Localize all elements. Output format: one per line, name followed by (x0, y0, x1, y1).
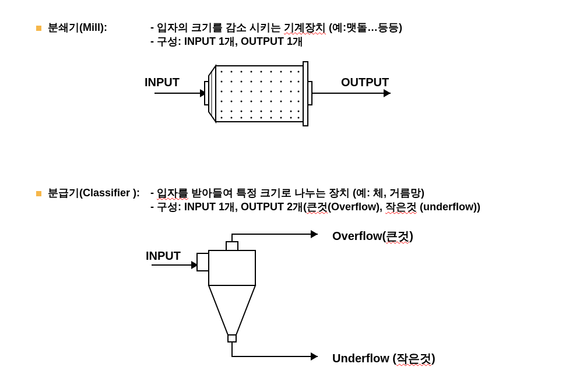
svg-point-20 (280, 81, 282, 83)
svg-rect-68 (226, 242, 238, 250)
svg-point-54 (261, 117, 262, 119)
svg-point-18 (261, 81, 262, 83)
svg-point-19 (271, 81, 272, 83)
svg-point-7 (241, 71, 243, 73)
svg-rect-62 (303, 62, 308, 126)
svg-point-26 (251, 91, 252, 93)
mill-desc1: - 입자의 크기를 감소 시키는 기계장치 (예:맷돌…등등) (150, 20, 402, 34)
svg-point-9 (261, 71, 262, 73)
classifier-desc2-hl1: 큰것 (307, 201, 328, 213)
classifier-desc2-hl2: 작은것 (385, 201, 417, 213)
svg-point-38 (280, 101, 282, 103)
mill-desc2: - 구성: INPUT 1개, OUTPUT 1개 (150, 34, 303, 48)
mill-title: 분쇄기(Mill): (48, 20, 107, 34)
svg-point-17 (251, 81, 252, 83)
svg-marker-3 (384, 89, 391, 97)
svg-point-21 (290, 81, 292, 83)
svg-point-41 (221, 111, 223, 112)
svg-point-42 (231, 111, 233, 112)
svg-rect-63 (308, 82, 312, 105)
svg-point-33 (231, 101, 233, 103)
svg-point-35 (251, 101, 252, 103)
svg-point-5 (221, 71, 223, 73)
svg-point-32 (221, 101, 223, 103)
mill-desc1-hl: 기계장치 (284, 22, 326, 33)
svg-marker-72 (311, 352, 318, 361)
svg-point-37 (271, 101, 272, 103)
svg-point-13 (298, 71, 300, 73)
svg-point-11 (280, 71, 282, 73)
bullet-classifier (36, 191, 41, 196)
svg-marker-69 (209, 285, 255, 335)
svg-point-47 (280, 111, 282, 112)
svg-point-22 (298, 81, 300, 83)
classifier-diagram (140, 221, 361, 373)
svg-point-45 (261, 111, 262, 112)
svg-rect-67 (197, 253, 209, 271)
svg-point-27 (261, 91, 262, 93)
svg-rect-70 (228, 335, 236, 342)
overflow-hl: 큰것 (386, 229, 409, 242)
svg-point-36 (261, 101, 262, 103)
svg-point-14 (221, 81, 223, 83)
svg-point-10 (271, 71, 272, 73)
svg-point-46 (271, 111, 272, 112)
classifier-desc2: - 구성: INPUT 1개, OUTPUT 2개(큰것(Overflow), … (150, 200, 480, 214)
svg-point-8 (251, 71, 252, 73)
svg-rect-61 (205, 82, 209, 105)
svg-point-23 (221, 91, 223, 93)
svg-point-48 (290, 111, 292, 112)
svg-point-24 (231, 91, 233, 93)
classifier-desc1-hl: 입자를 (157, 187, 188, 199)
svg-point-49 (298, 111, 300, 112)
svg-marker-59 (209, 66, 216, 122)
svg-point-51 (231, 117, 233, 119)
svg-marker-71 (311, 230, 318, 238)
svg-point-25 (241, 91, 243, 93)
svg-point-34 (241, 101, 243, 103)
svg-point-55 (271, 117, 272, 119)
svg-point-56 (280, 117, 282, 119)
svg-point-44 (251, 111, 252, 112)
svg-point-52 (241, 117, 243, 119)
svg-point-53 (251, 117, 252, 119)
svg-rect-4 (216, 66, 303, 122)
svg-point-50 (221, 117, 223, 119)
svg-point-28 (271, 91, 272, 93)
svg-point-30 (290, 91, 292, 93)
underflow-hl: 작은것 (396, 352, 431, 365)
svg-point-15 (231, 81, 233, 83)
svg-point-43 (241, 111, 243, 112)
svg-point-58 (298, 117, 300, 119)
svg-point-40 (298, 101, 300, 103)
svg-point-6 (231, 71, 233, 73)
svg-point-12 (290, 71, 292, 73)
svg-point-31 (298, 91, 300, 93)
bullet-mill (36, 26, 41, 31)
classifier-title: 분급기(Classifier ): (48, 186, 140, 200)
svg-point-16 (241, 81, 243, 83)
svg-point-29 (280, 91, 282, 93)
svg-point-39 (290, 101, 292, 103)
mill-diagram (146, 58, 391, 146)
svg-point-57 (290, 117, 292, 119)
classifier-desc1: - 입자를 받아들여 특정 크기로 나누는 장치 (예: 체, 거름망) (150, 186, 424, 200)
svg-rect-66 (209, 250, 255, 285)
